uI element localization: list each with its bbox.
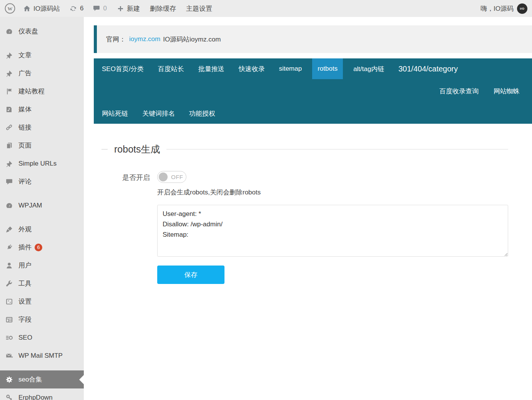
seo-icon <box>5 334 13 342</box>
greeting-text: 嗨，IO源码 <box>480 4 514 13</box>
tab-baidu-index-query[interactable]: 百度收录查询 <box>439 87 479 96</box>
tab-site-spider[interactable]: 网站蜘蛛 <box>494 87 520 96</box>
site-name: IO源码站 <box>33 4 60 13</box>
tab-batch-push[interactable]: 批量推送 <box>198 58 224 79</box>
media-icon <box>5 105 13 114</box>
updates-menu[interactable]: 6 <box>69 5 83 13</box>
page-title: robots生成 <box>114 143 160 156</box>
home-icon <box>23 5 31 12</box>
form-controls: OFF 开启会生成robots,关闭会删除robots User-agent: … <box>157 171 508 284</box>
sidebar-item-ads[interactable]: 广告 <box>0 64 84 82</box>
wrench-icon <box>5 279 13 288</box>
settings-icon <box>5 297 13 306</box>
sidebar-item-erphpdown[interactable]: ErphpDown <box>0 388 84 400</box>
seo-tab-bar: SEO首页/分类 百度站长 批量推送 快速收录 sitemap rotbots … <box>94 58 532 124</box>
updates-count: 6 <box>80 5 83 12</box>
sidebar-item-posts[interactable]: 文章 <box>0 46 84 64</box>
gear-icon <box>5 375 13 384</box>
robots-form: 是否开启 OFF 开启会生成robots,关闭会删除robots User-ag… <box>101 171 508 284</box>
sidebar-item-media[interactable]: 媒体 <box>0 100 84 118</box>
sidebar-item-wpjam[interactable]: WPJAM <box>0 196 84 214</box>
site-notice: 官网：ioymz.comIO源码站ioymz.com <box>94 25 532 53</box>
pin-icon <box>5 51 13 60</box>
dashboard-icon <box>5 27 13 36</box>
robots-enable-toggle[interactable]: OFF <box>157 171 186 183</box>
sidebar-item-users[interactable]: 用户 <box>0 256 84 274</box>
official-site-link[interactable]: ioymz.com <box>129 35 160 43</box>
tab-baidu-webmaster[interactable]: 百度站长 <box>158 58 184 79</box>
sidebar-item-dashboard[interactable]: 仪表盘 <box>0 22 84 40</box>
sidebar-item-seo[interactable]: SEO <box>0 329 84 347</box>
flag-icon <box>5 87 13 96</box>
tab-row-1: SEO首页/分类 百度站长 批量推送 快速收录 sitemap rotbots … <box>102 58 532 79</box>
tab-feature-license[interactable]: 功能授权 <box>189 109 215 118</box>
sidebar-item-tutorials[interactable]: 建站教程 <box>0 82 84 100</box>
site-menu[interactable]: IO源码站 <box>23 4 60 13</box>
section-title-row: robots生成 <box>101 143 508 156</box>
brush-icon <box>5 225 13 234</box>
robots-content-textarea[interactable]: User-agent: * Disallow: /wp-admin/ Sitem… <box>157 205 508 257</box>
title-right-rule <box>166 149 508 149</box>
sidebar-item-simple-urls[interactable]: Simple URLs <box>0 154 84 173</box>
tab-keyword-ranking[interactable]: 关键词排名 <box>142 109 175 118</box>
toggle-state-text: OFF <box>171 174 183 180</box>
sidebar-item-fields[interactable]: 字段 <box>0 310 84 329</box>
plugins-update-badge: 6 <box>35 244 42 251</box>
comments-menu[interactable]: 0 <box>93 5 106 12</box>
comments-count: 0 <box>103 5 106 12</box>
comment-icon <box>5 178 13 186</box>
sidebar-item-comments[interactable]: 评论 <box>0 173 84 191</box>
tab-alt-tag-links[interactable]: alt/tag内链 <box>353 58 384 79</box>
pin-icon <box>5 159 13 168</box>
fields-table-icon <box>5 315 13 324</box>
user-icon <box>5 261 13 270</box>
toggle-label: 是否开启 <box>101 171 150 284</box>
sidebar-item-settings[interactable]: 设置 <box>0 292 84 310</box>
tab-row-3: 网站死链 关键词排名 功能授权 <box>102 103 532 124</box>
tab-seo-home-category[interactable]: SEO首页/分类 <box>102 58 144 79</box>
tab-301-404-category[interactable]: 301/404/category <box>398 58 458 79</box>
clear-cache-link[interactable]: 删除缓存 <box>150 4 176 13</box>
admin-sidebar: 仪表盘 文章 广告 建站教程 媒体 链接 页面 Simple URLs 评论 W… <box>0 17 84 400</box>
plugin-icon <box>5 243 13 252</box>
gauge-icon <box>5 201 13 210</box>
notice-prefix: 官网： <box>106 35 126 44</box>
new-content-menu[interactable]: 新建 <box>117 4 140 13</box>
sidebar-item-tools[interactable]: 工具 <box>0 274 84 292</box>
tab-rotbots[interactable]: rotbots <box>312 58 343 79</box>
svg-text:W: W <box>8 6 13 12</box>
tab-dead-links[interactable]: 网站死链 <box>102 109 128 118</box>
link-icon <box>5 123 13 132</box>
key-icon <box>5 393 13 400</box>
title-left-rule <box>101 149 108 149</box>
pin-icon <box>5 69 13 78</box>
comment-bubble-icon <box>93 5 100 12</box>
save-button[interactable]: 保存 <box>157 266 224 284</box>
new-label: 新建 <box>127 4 140 13</box>
sidebar-item-pages[interactable]: 页面 <box>0 136 84 154</box>
tab-row-2: 百度收录查询 网站蜘蛛 <box>102 79 532 103</box>
account-menu[interactable]: 嗨，IO源码 I/O <box>480 3 527 14</box>
admin-bar: W IO源码站 6 0 新建 删除缓存 主题设置 嗨，IO源码 I/O <box>0 0 532 17</box>
plus-icon <box>117 5 124 12</box>
tab-sitemap[interactable]: sitemap <box>279 58 302 79</box>
wordpress-logo-icon[interactable]: W <box>5 3 15 14</box>
toggle-knob <box>159 173 168 181</box>
content-area: 官网：ioymz.comIO源码站ioymz.com SEO首页/分类 百度站长… <box>84 17 532 400</box>
theme-settings-link[interactable]: 主题设置 <box>186 4 212 13</box>
update-icon <box>69 5 77 13</box>
sidebar-item-plugins[interactable]: 插件 6 <box>0 238 84 256</box>
tab-fast-index[interactable]: 快速收录 <box>239 58 265 79</box>
sidebar-item-wp-mail-smtp[interactable]: WP Mail SMTP <box>0 347 84 365</box>
notice-suffix: IO源码站ioymz.com <box>163 35 221 44</box>
sidebar-item-links[interactable]: 链接 <box>0 118 84 136</box>
sidebar-item-appearance[interactable]: 外观 <box>0 220 84 238</box>
toggle-hint: 开启会生成robots,关闭会删除robots <box>157 188 508 197</box>
mail-icon <box>5 352 13 360</box>
robots-panel: robots生成 是否开启 OFF 开启会生成robots,关闭会删除robot… <box>84 143 532 284</box>
pages-icon <box>5 141 13 150</box>
sidebar-item-seo-collection[interactable]: seo合集 <box>0 370 84 388</box>
avatar: I/O <box>517 3 527 14</box>
